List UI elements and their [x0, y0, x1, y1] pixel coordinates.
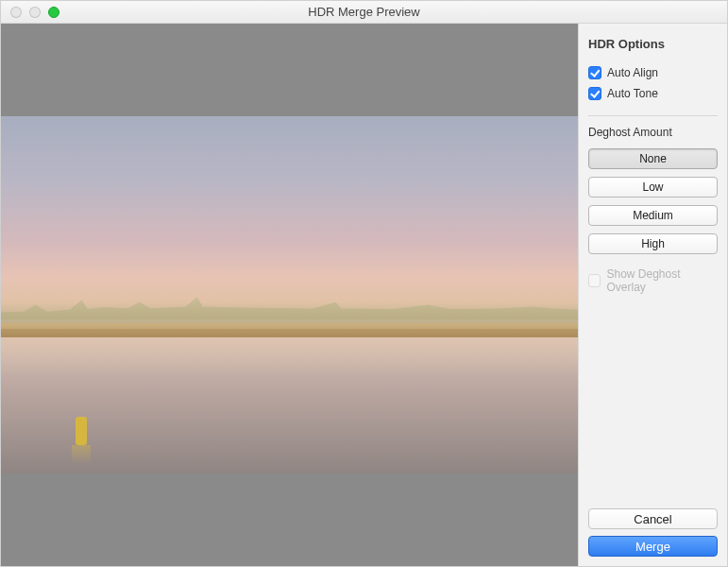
auto-tone-checkbox[interactable]: [588, 87, 601, 100]
hdr-merge-window: HDR Merge Preview HDR Options Auto Align…: [0, 0, 728, 567]
auto-align-row[interactable]: Auto Align: [588, 66, 718, 79]
auto-align-label: Auto Align: [607, 66, 658, 79]
window-body: HDR Options Auto Align Auto Tone Deghost…: [1, 24, 727, 566]
deghost-medium-button[interactable]: Medium: [588, 205, 718, 226]
show-deghost-overlay-label: Show Deghost Overlay: [606, 267, 718, 294]
window-title: HDR Merge Preview: [1, 5, 727, 19]
deghost-amount-label: Deghost Amount: [588, 126, 718, 139]
deghost-low-button[interactable]: Low: [588, 177, 718, 198]
cancel-button[interactable]: Cancel: [588, 508, 718, 529]
show-deghost-overlay-checkbox: [588, 274, 601, 287]
close-icon[interactable]: [10, 7, 22, 18]
divider: [588, 115, 718, 116]
show-deghost-overlay-row: Show Deghost Overlay: [588, 267, 718, 294]
deghost-none-button[interactable]: None: [588, 148, 718, 169]
deghost-high-button[interactable]: High: [588, 233, 718, 254]
options-sidebar: HDR Options Auto Align Auto Tone Deghost…: [578, 24, 727, 566]
zoom-icon[interactable]: [48, 7, 59, 18]
auto-tone-label: Auto Tone: [607, 87, 658, 100]
preview-area: [1, 24, 578, 566]
options-title: HDR Options: [588, 37, 718, 51]
preview-image: [1, 116, 578, 474]
auto-align-checkbox[interactable]: [588, 66, 601, 79]
footer-buttons: Cancel Merge: [588, 508, 718, 557]
titlebar: HDR Merge Preview: [1, 1, 727, 24]
merge-button[interactable]: Merge: [588, 536, 718, 557]
deghost-amount-group: None Low Medium High: [588, 148, 718, 254]
window-controls: [1, 7, 59, 18]
minimize-icon[interactable]: [29, 7, 41, 18]
auto-tone-row[interactable]: Auto Tone: [588, 87, 718, 100]
